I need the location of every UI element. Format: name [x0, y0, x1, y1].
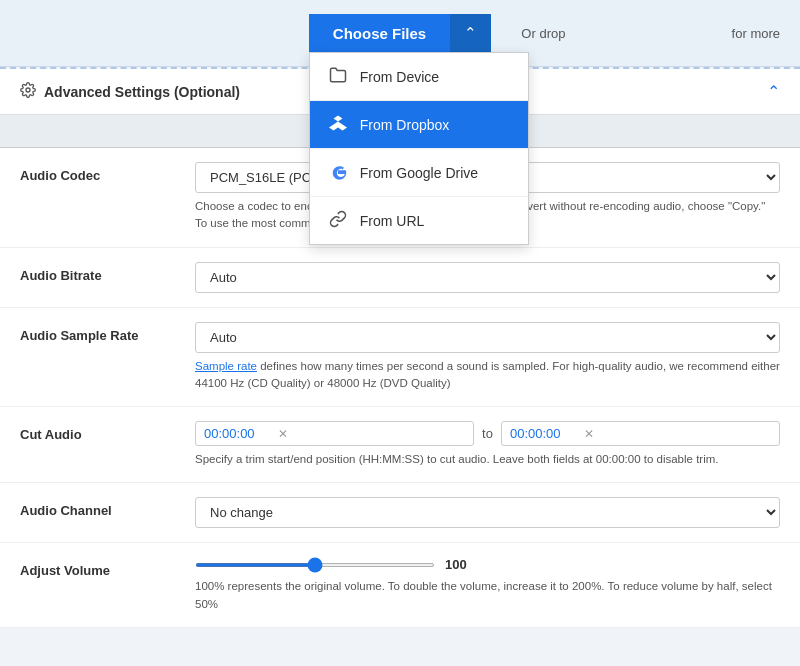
audio-sample-rate-hint: Sample rate defines how many times per s…: [195, 358, 780, 393]
volume-slider-wrap: 100: [195, 557, 780, 572]
choose-files-dropdown: From Device From Dropbox From Google Dri…: [309, 52, 529, 245]
cut-audio-start-wrap: ✕: [195, 421, 474, 446]
cut-audio-control: ✕ to ✕ Specify a trim start/end position…: [195, 421, 780, 468]
or-drop-text: Or drop for more: [521, 26, 780, 41]
audio-bitrate-row: Audio Bitrate Auto: [0, 248, 800, 308]
audio-bitrate-select[interactable]: Auto: [195, 262, 780, 293]
adjust-volume-row: Adjust Volume 100 100% represents the or…: [0, 543, 800, 628]
google-icon: [328, 162, 348, 183]
audio-channel-select[interactable]: No change: [195, 497, 780, 528]
cut-audio-row: Cut Audio ✕ to ✕ Specify a trim start/en…: [0, 407, 800, 483]
choose-files-button[interactable]: Choose Files: [309, 14, 450, 52]
volume-slider[interactable]: [195, 563, 435, 567]
adjust-volume-control: 100 100% represents the original volume.…: [195, 557, 780, 613]
cut-audio-label: Cut Audio: [20, 421, 195, 442]
cut-audio-hint: Specify a trim start/end position (HH:MM…: [195, 451, 780, 468]
choose-files-chevron-button[interactable]: ⌃: [450, 14, 491, 52]
adjust-volume-hint: 100% represents the original volume. To …: [195, 578, 780, 613]
cut-audio-start-input[interactable]: [204, 426, 274, 441]
cut-audio-end-input[interactable]: [510, 426, 580, 441]
advanced-settings-label: Advanced Settings (Optional): [20, 82, 240, 101]
dropdown-item-url[interactable]: From URL: [310, 197, 528, 244]
top-bar: Or drop for more Choose Files ⌃ From Dev…: [0, 0, 800, 67]
audio-channel-label: Audio Channel: [20, 497, 195, 518]
dropdown-item-device[interactable]: From Device: [310, 53, 528, 101]
audio-channel-control: No change: [195, 497, 780, 528]
audio-channel-row: Audio Channel No change: [0, 483, 800, 543]
chevron-up-icon[interactable]: ⌃: [767, 82, 780, 101]
svg-point-0: [26, 88, 30, 92]
audio-sample-rate-control: Auto Sample rate defines how many times …: [195, 322, 780, 393]
dropdown-item-google-drive[interactable]: From Google Drive: [310, 149, 528, 197]
cut-audio-end-wrap: ✕: [501, 421, 780, 446]
audio-sample-rate-select[interactable]: Auto: [195, 322, 780, 353]
audio-bitrate-control: Auto: [195, 262, 780, 293]
choose-files-wrapper: Choose Files ⌃ From Device From Dropbo: [309, 14, 491, 52]
adjust-volume-label: Adjust Volume: [20, 557, 195, 578]
audio-codec-label: Audio Codec: [20, 162, 195, 183]
dropbox-icon: [328, 114, 348, 135]
gear-icon: [20, 82, 36, 101]
cut-audio-end-clear[interactable]: ✕: [584, 427, 594, 441]
folder-icon: [328, 66, 348, 87]
cut-audio-inputs: ✕ to ✕: [195, 421, 780, 446]
link-icon: [328, 210, 348, 231]
audio-sample-rate-label: Audio Sample Rate: [20, 322, 195, 343]
audio-sample-rate-row: Audio Sample Rate Auto Sample rate defin…: [0, 308, 800, 408]
dropdown-item-dropbox[interactable]: From Dropbox: [310, 101, 528, 149]
cut-audio-start-clear[interactable]: ✕: [278, 427, 288, 441]
audio-bitrate-label: Audio Bitrate: [20, 262, 195, 283]
volume-value: 100: [445, 557, 467, 572]
cut-audio-to-label: to: [482, 426, 493, 441]
